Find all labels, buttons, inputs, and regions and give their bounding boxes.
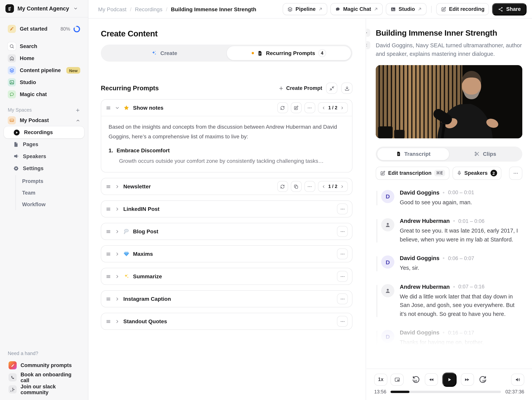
tab-transcript[interactable]: Transcript <box>377 148 450 161</box>
star-icon[interactable] <box>123 105 129 111</box>
more-options-button[interactable] <box>337 249 348 260</box>
recordings-label: Recordings <box>24 130 53 135</box>
transcript-entry[interactable]: Andrew Huberman 0:01 – 0:06 Great to see… <box>376 218 522 244</box>
progress-bar[interactable] <box>391 391 501 393</box>
app-root: My Content Agency Get started 80% <box>0 0 532 400</box>
transcript-more-button[interactable] <box>509 167 522 180</box>
sidebar-item-community-prompts[interactable]: Community prompts <box>5 359 83 371</box>
next-button[interactable] <box>461 373 474 386</box>
breadcrumb-my-podcast[interactable]: My Podcast <box>98 6 127 12</box>
prev-page-icon[interactable] <box>321 106 325 110</box>
sidebar-item-magic-chat[interactable]: Magic chat <box>4 88 84 100</box>
playback-speed-button[interactable]: 1x <box>374 374 387 386</box>
edit-recording-button[interactable]: Edit recording <box>436 3 489 15</box>
add-space-button[interactable] <box>75 107 80 112</box>
more-options-button[interactable] <box>337 316 348 327</box>
sidebar-item-get-started[interactable]: Get started 80% <box>4 23 84 35</box>
drag-handle-icon[interactable] <box>106 206 111 212</box>
phone-icon <box>8 373 17 381</box>
sidebar-item-search[interactable]: Search <box>4 40 84 52</box>
previous-button[interactable] <box>424 373 438 386</box>
more-options-button[interactable] <box>337 226 348 237</box>
sidebar-item-onboarding-call[interactable]: Book an onboarding call <box>5 371 83 383</box>
sidebar-item-settings[interactable]: Settings <box>4 162 84 175</box>
edit-prompt-button[interactable] <box>291 102 302 113</box>
drag-handle-icon[interactable] <box>106 274 111 280</box>
chevron-right-icon[interactable] <box>115 229 120 234</box>
chevron-right-icon[interactable] <box>115 206 120 212</box>
more-options-button[interactable] <box>337 271 348 282</box>
chevron-right-icon[interactable] <box>115 319 120 324</box>
prev-page-icon[interactable] <box>321 185 325 189</box>
prompt-card-blog-post: Blog Post <box>101 223 353 240</box>
svg-text:10: 10 <box>414 380 417 382</box>
arrow-up-right-icon <box>318 7 323 11</box>
list-item-body: Growth occurs outside your comfort zone … <box>108 157 345 165</box>
sidebar-item-prompts[interactable]: Prompts <box>20 175 84 187</box>
chevron-right-icon[interactable] <box>115 251 120 256</box>
collapse-panel-button[interactable] <box>367 29 370 37</box>
more-options-button[interactable] <box>337 204 348 214</box>
avatar: D <box>381 256 394 269</box>
next-page-icon[interactable] <box>340 106 344 110</box>
tab-create[interactable]: Create <box>102 46 226 61</box>
breadcrumb-recordings[interactable]: Recordings <box>135 6 163 12</box>
tab-transcript-label: Transcript <box>404 151 431 157</box>
chevron-right-icon[interactable] <box>115 184 120 189</box>
edit-transcription-button[interactable]: Edit transcription ⌘E <box>376 167 449 180</box>
regenerate-button[interactable] <box>277 102 288 113</box>
share-button[interactable]: Share <box>492 3 526 15</box>
collapse-all-button[interactable] <box>326 82 337 94</box>
magic-chat-button[interactable]: Magic Chat <box>330 3 383 15</box>
sidebar-item-team[interactable]: Team <box>20 187 84 199</box>
sidebar-item-home[interactable]: Home <box>4 52 84 64</box>
workspace-switcher[interactable]: My Content Agency <box>0 0 88 18</box>
video-thumbnail[interactable] <box>376 65 522 138</box>
volume-button[interactable] <box>511 374 524 386</box>
transcript-entry[interactable]: D David Goggins 0:00 – 0:01 Good to see … <box>376 189 522 207</box>
expand-panel-button[interactable] <box>367 41 370 49</box>
sidebar-item-recordings[interactable]: Recordings <box>4 126 84 138</box>
play-button[interactable] <box>442 372 456 387</box>
more-options-button[interactable] <box>304 102 315 113</box>
tab-create-label: Create <box>160 50 177 56</box>
drag-handle-icon[interactable] <box>106 229 111 235</box>
chevron-right-icon[interactable] <box>115 274 120 279</box>
sidebar-item-pages[interactable]: Pages <box>4 138 84 150</box>
forward-10-button[interactable]: 10 <box>478 375 487 384</box>
pipeline-button[interactable]: Pipeline <box>283 3 327 15</box>
sidebar-item-studio[interactable]: Studio <box>4 76 84 88</box>
sidebar: My Content Agency Get started 80% <box>0 0 89 400</box>
transcript-entry[interactable]: D David Goggins 0:16 – 0:17 Thanks for h… <box>376 330 522 347</box>
chevron-right-icon[interactable] <box>115 296 120 301</box>
speakers-button[interactable]: Speakers 2 <box>452 167 501 180</box>
sidebar-item-speakers[interactable]: Speakers <box>4 150 84 162</box>
pip-button[interactable] <box>391 374 404 386</box>
drag-handle-icon[interactable] <box>106 251 111 257</box>
regenerate-button[interactable] <box>277 181 288 192</box>
more-options-button[interactable] <box>337 294 348 305</box>
sidebar-item-workflow[interactable]: Workflow <box>20 199 84 210</box>
chevron-up-icon[interactable] <box>76 118 80 123</box>
next-page-icon[interactable] <box>340 185 344 189</box>
studio-button[interactable]: Studio <box>386 3 426 15</box>
tab-recurring-prompts[interactable]: Recurring Prompts 4 <box>226 46 351 61</box>
rewind-10-button[interactable]: 10 <box>412 375 420 384</box>
drag-handle-icon[interactable] <box>106 105 111 111</box>
audio-player: 1x 10 <box>367 369 532 400</box>
sidebar-item-slack-community[interactable]: Join our slack community <box>5 383 83 395</box>
transcript-entry[interactable]: Andrew Huberman 0:07 – 0:16 We did a lit… <box>376 284 522 319</box>
chevron-down-icon[interactable] <box>115 105 120 110</box>
create-prompt-button[interactable]: Create Prompt <box>279 85 322 91</box>
tab-clips[interactable]: Clips <box>450 148 521 161</box>
arrow-up-right-icon <box>418 7 422 11</box>
drag-handle-icon[interactable] <box>106 296 111 302</box>
drag-handle-icon[interactable] <box>106 319 111 325</box>
drag-handle-icon[interactable] <box>106 184 111 189</box>
copy-button[interactable] <box>291 181 302 192</box>
transcript-entry[interactable]: D David Goggins 0:06 – 0:07 Yes, sir. <box>376 255 522 273</box>
sidebar-item-content-pipeline[interactable]: Content pipeline New <box>4 64 84 76</box>
sidebar-item-my-podcast[interactable]: My Podcast <box>4 114 84 126</box>
more-options-button[interactable] <box>304 181 315 192</box>
download-button[interactable] <box>341 82 353 94</box>
